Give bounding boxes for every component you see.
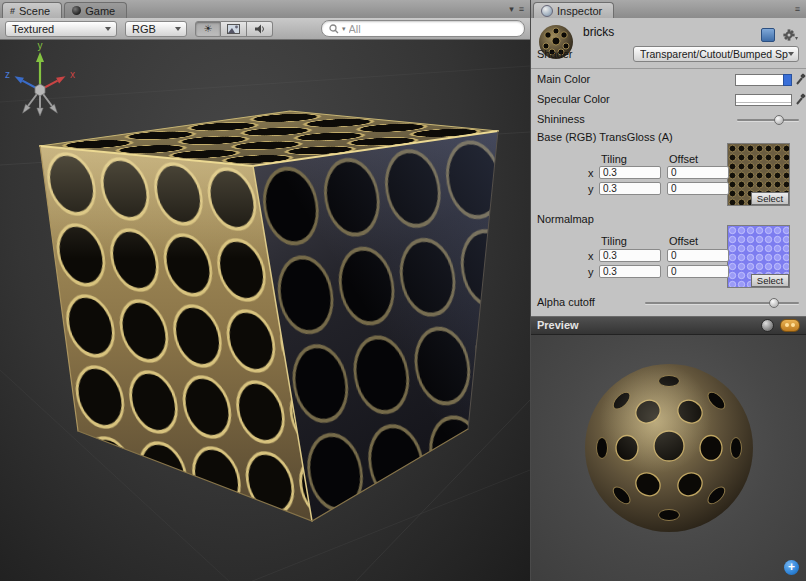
scene-viewport[interactable]: y x z [0, 40, 530, 581]
base-tiling-y-input[interactable] [599, 182, 661, 195]
unity-editor-window: # Scene Game ▾ ≡ Textured RGB [0, 0, 806, 581]
material-name: bricks [583, 25, 614, 39]
base-offset-x-input[interactable] [667, 166, 729, 179]
tab-label: Scene [19, 5, 50, 17]
draw-mode-value: Textured [12, 23, 54, 35]
svg-text:y: y [38, 40, 43, 51]
base-tiling-x-input[interactable] [599, 166, 661, 179]
tiling-label: Tiling [601, 153, 627, 165]
material-preview-area[interactable]: + [531, 335, 806, 581]
preview-sphere[interactable] [574, 353, 764, 543]
shininess-slider[interactable] [737, 115, 799, 125]
material-header: bricks Shader Transparent/Cutout/Bumped … [531, 18, 806, 69]
slider-thumb[interactable] [774, 115, 784, 125]
alpha-cutoff-label: Alpha cutoff [537, 296, 595, 308]
render-mode-dropdown[interactable]: RGB [125, 21, 187, 37]
axis-y-label: y [588, 183, 594, 195]
shader-label: Shader [537, 48, 572, 60]
bricks-cube-object[interactable] [40, 111, 498, 521]
panel-dropdown-icon[interactable]: ▾ [509, 4, 514, 14]
scene-search-field[interactable]: ▾ [321, 20, 525, 37]
speaker-icon [254, 24, 266, 34]
specular-color-label: Specular Color [537, 93, 610, 105]
base-texture-thumbnail[interactable]: Select [727, 143, 790, 206]
tab-inspector[interactable]: Inspector [533, 2, 614, 18]
alpha-cutoff-slider[interactable] [645, 298, 799, 308]
main-color-focus-chip [783, 74, 792, 86]
tiling-label: Tiling [601, 235, 627, 247]
normal-offset-x-input[interactable] [667, 249, 729, 262]
svg-text:x: x [70, 69, 75, 80]
axis-x-label: x [588, 250, 594, 262]
shininess-label: Shininess [537, 113, 585, 125]
search-filter-caret-icon[interactable]: ▾ [342, 25, 346, 33]
chevron-down-icon [788, 52, 794, 56]
panel-menu-icon[interactable]: ≡ [795, 4, 800, 14]
search-icon [329, 24, 339, 34]
inspector-tabbar: Inspector ≡ [531, 0, 806, 18]
normalmap-label: Normalmap [537, 213, 594, 225]
image-icon [227, 24, 240, 34]
shader-dropdown[interactable]: Transparent/Cutout/Bumped Spe [633, 46, 799, 62]
search-input[interactable] [349, 23, 517, 35]
preview-title: Preview [537, 319, 579, 331]
scene-grid-icon: # [10, 6, 15, 16]
gizmo-center-cube[interactable] [35, 84, 45, 96]
tab-label: Inspector [557, 5, 602, 17]
eyedropper-icon[interactable] [795, 73, 806, 86]
slider-thumb[interactable] [769, 298, 779, 308]
chevron-down-icon [105, 27, 111, 31]
inspector-panel: Inspector ≡ [530, 0, 806, 581]
alpha-strip [736, 102, 791, 105]
gear-icon[interactable] [783, 29, 798, 41]
sun-icon: ☀ [204, 23, 213, 34]
specular-color-swatch[interactable] [735, 94, 792, 106]
normal-offset-y-input[interactable] [667, 265, 729, 278]
scene-orientation-gizmo[interactable]: y x z [0, 40, 84, 124]
tab-game[interactable]: Game [64, 2, 127, 18]
tab-scene[interactable]: # Scene [2, 2, 62, 18]
normalmap-thumbnail[interactable]: Select [727, 225, 790, 288]
draw-mode-dropdown[interactable]: Textured [5, 21, 117, 37]
render-mode-value: RGB [132, 23, 156, 35]
svg-text:z: z [5, 69, 10, 80]
scene-view-toggles: ☀ [195, 21, 273, 37]
offset-label: Offset [669, 235, 698, 247]
help-book-icon[interactable] [761, 28, 775, 42]
main-color-label: Main Color [537, 73, 590, 85]
audio-toggle[interactable] [247, 21, 273, 37]
axis-y-label: y [588, 266, 594, 278]
skybox-toggle[interactable] [221, 21, 247, 37]
normal-tiling-y-input[interactable] [599, 265, 661, 278]
panel-menu-icon[interactable]: ≡ [519, 4, 524, 14]
offset-label: Offset [669, 153, 698, 165]
base-map-label: Base (RGB) TransGloss (A) [537, 131, 673, 143]
lighting-toggle[interactable]: ☀ [195, 21, 221, 37]
eyedropper-icon[interactable] [795, 93, 806, 106]
base-texture-select-button[interactable]: Select [751, 192, 789, 205]
inspector-icon [541, 5, 553, 17]
base-offset-y-input[interactable] [667, 182, 729, 195]
normal-tiling-x-input[interactable] [599, 249, 661, 262]
preview-header[interactable]: Preview [531, 316, 806, 335]
chevron-down-icon [175, 27, 181, 31]
material-properties: Main Color Specular Color Shininess Bas [531, 69, 806, 316]
preview-sphere-toggle[interactable] [761, 319, 774, 332]
normalmap-select-button[interactable]: Select [751, 274, 789, 287]
axis-x-label: x [588, 167, 594, 179]
scene-tabbar: # Scene Game ▾ ≡ [0, 0, 530, 18]
scene-toolbar: Textured RGB ☀ [0, 18, 530, 40]
slider-track[interactable] [737, 119, 799, 121]
shader-value: Transparent/Cutout/Bumped Spe [640, 48, 788, 60]
game-icon [72, 6, 81, 15]
preview-light-toggle[interactable] [780, 319, 800, 332]
gizmo-y-axis[interactable]: y [36, 40, 44, 90]
add-button[interactable]: + [784, 560, 799, 575]
tab-label: Game [85, 5, 115, 17]
scene-panel: # Scene Game ▾ ≡ Textured RGB [0, 0, 530, 581]
